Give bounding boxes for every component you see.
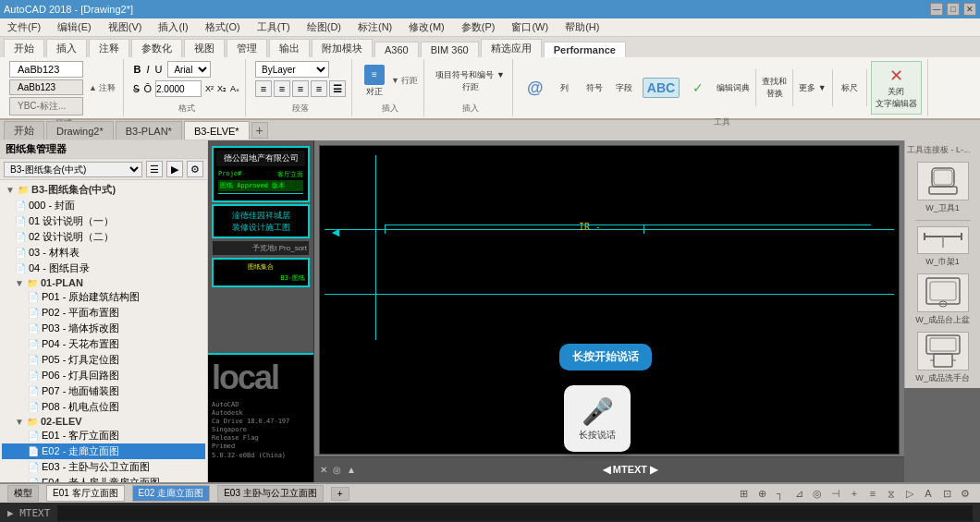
tree-item-p03[interactable]: 📄 P03 - 墙体拆改图: [2, 321, 205, 336]
layer-select[interactable]: ByLayer: [255, 61, 329, 78]
ortho-icon[interactable]: ┐: [773, 486, 788, 501]
tree-item-03mat[interactable]: 📄 03 - 材料表: [2, 245, 205, 261]
menu-param[interactable]: 参数(P): [458, 20, 499, 34]
tool-towel-icon[interactable]: [917, 226, 969, 254]
menu-dim[interactable]: 标注(N): [354, 20, 396, 34]
canvas-icon-2[interactable]: ◎: [333, 465, 341, 475]
tree-item-p01[interactable]: 📄 P01 - 原始建筑结构图: [2, 289, 205, 305]
underline-btn[interactable]: U: [154, 64, 162, 75]
strikethrough-btn[interactable]: S̶: [133, 83, 140, 95]
overline-btn[interactable]: Ō: [143, 83, 152, 94]
tran-icon[interactable]: ⧖: [884, 486, 899, 501]
new-tab-btn[interactable]: +: [251, 122, 268, 139]
column-btn[interactable]: 列: [552, 80, 578, 96]
tab-view[interactable]: 视图: [184, 39, 225, 57]
align-left-btn[interactable]: ≡: [255, 80, 272, 97]
menu-format[interactable]: 格式(O): [202, 20, 244, 34]
align-justify-btn[interactable]: ≡: [311, 80, 327, 97]
tool-sinkstand-icon[interactable]: [917, 332, 969, 370]
tree-item-e02[interactable]: 📄 E02 - 走廊立面图: [2, 443, 205, 459]
canvas-icon-3[interactable]: ▲: [347, 465, 356, 475]
align-right-btn[interactable]: ≡: [292, 80, 309, 97]
list-btn[interactable]: ☰: [329, 80, 346, 97]
tab-start[interactable]: 开始: [4, 39, 44, 57]
tree-group-elev[interactable]: ▼ 📁 02-ELEV: [2, 415, 205, 428]
font-select[interactable]: Arial: [167, 61, 211, 78]
snap-icon[interactable]: ⊕: [754, 486, 769, 501]
otrack-icon[interactable]: ⊣: [828, 486, 843, 501]
tab-param[interactable]: 参数化: [131, 39, 182, 57]
more-btn[interactable]: 更多 ▼: [797, 80, 827, 96]
symbol-btn[interactable]: 符号: [582, 80, 607, 96]
tab-annotate[interactable]: 注释: [89, 39, 129, 57]
close-btn[interactable]: ✕: [963, 3, 976, 16]
sm-icon-2[interactable]: ▶: [166, 161, 183, 177]
doc-tab-drawing2[interactable]: Drawing2*: [46, 121, 114, 140]
layout-tab-e01[interactable]: E01 客厅立面图: [46, 485, 125, 502]
tree-item-02des2[interactable]: 📄 02 设计说明（二）: [2, 229, 205, 245]
doc-tab-b3plan[interactable]: B3-PLAN*: [116, 121, 182, 140]
tab-manage[interactable]: 管理: [227, 39, 267, 57]
menu-insert[interactable]: 插入(I): [154, 20, 191, 34]
lweight-icon[interactable]: ≡: [865, 486, 880, 501]
style-preview-1[interactable]: AaBb123: [9, 61, 83, 78]
layout-tab-e02[interactable]: E02 走廊立面图: [132, 485, 211, 502]
layout-tab-e03[interactable]: E03 主卧与公卫立面图: [217, 485, 324, 502]
style-preview-2[interactable]: AaBb123: [9, 79, 83, 95]
menu-draw[interactable]: 绘图(D): [303, 20, 345, 34]
tree-item-e03[interactable]: 📄 E03 - 主卧与公卫立面图: [2, 459, 205, 475]
tab-performance[interactable]: Performance: [544, 42, 626, 57]
tree-group-plan[interactable]: ▼ 📁 01-PLAN: [2, 276, 205, 289]
tree-item-p04[interactable]: 📄 P04 - 天花布置图: [2, 336, 205, 352]
layout-tab-add[interactable]: +: [331, 487, 349, 501]
maximize-btn[interactable]: □: [947, 3, 960, 16]
tree-item-01des1[interactable]: 📄 01 设计说明（一）: [2, 213, 205, 229]
voice-button[interactable]: 🎤 长按说话: [564, 385, 631, 452]
sheet-filter-select[interactable]: B3-图纸集合(中式): [4, 162, 142, 177]
tab-output[interactable]: 输出: [269, 39, 310, 57]
menu-window[interactable]: 窗口(W): [508, 20, 552, 34]
align-center-btn[interactable]: ≡: [274, 80, 290, 97]
tree-item-p08[interactable]: 📄 P08 - 机电点位图: [2, 399, 205, 415]
text-height-input[interactable]: [155, 80, 202, 97]
annotation-btn[interactable]: ▲ 注释: [87, 80, 117, 96]
drawing-area[interactable]: 德公园地产有限公司 Proje#客厅立面 图纸 Approved 版本 淦德佳园…: [208, 140, 980, 482]
clear-format-btn[interactable]: Aₓ: [230, 84, 239, 93]
tree-item-e01[interactable]: 📄 E01 - 客厅立面图: [2, 428, 205, 443]
canvas-icon-1[interactable]: ✕: [320, 465, 327, 475]
options-btn[interactable]: 标尺: [837, 80, 863, 96]
grid-icon[interactable]: ⊞: [736, 486, 751, 501]
menu-edit[interactable]: 编辑(E): [54, 20, 95, 34]
polar-icon[interactable]: ⊿: [791, 486, 806, 501]
sm-icon-1[interactable]: ☰: [146, 161, 163, 177]
tree-root[interactable]: ▼ 📁 B3-图纸集合(中式): [2, 182, 205, 198]
tree-item-e04[interactable]: 📄 E04 - 老人房儿童房立面图: [2, 475, 205, 482]
minimize-btn[interactable]: —: [930, 3, 943, 16]
tree-item-p05[interactable]: 📄 P05 - 灯具定位图: [2, 352, 205, 368]
tab-addon[interactable]: 附加模块: [312, 39, 373, 57]
menu-help[interactable]: 帮助(H): [561, 20, 603, 34]
menu-modify[interactable]: 修改(M): [405, 20, 448, 34]
view-icon[interactable]: ⊡: [939, 486, 954, 501]
close-editor-btn[interactable]: ✕ 关闭文字编辑器: [871, 61, 922, 115]
sel-icon[interactable]: ▷: [902, 486, 917, 501]
osnap-icon[interactable]: ◎: [810, 486, 825, 501]
tree-item-p07[interactable]: 📄 P07 - 地面铺装图: [2, 383, 205, 399]
italic-btn[interactable]: I: [146, 64, 149, 75]
tab-insert[interactable]: 插入: [46, 39, 87, 57]
tab-featured[interactable]: 精选应用: [481, 39, 542, 57]
menu-view[interactable]: 视图(V): [104, 20, 146, 34]
superscript-btn[interactable]: X²: [205, 84, 214, 93]
doc-tab-start[interactable]: 开始: [4, 121, 44, 140]
tab-bim360[interactable]: BIM 360: [421, 42, 479, 57]
edit-dict-btn[interactable]: 编辑词典: [715, 80, 752, 96]
menu-tools[interactable]: 工具(T): [253, 20, 294, 34]
tree-item-p06[interactable]: 📄 P06 - 灯具回路图: [2, 368, 205, 383]
search-replace-btn[interactable]: 查找和替换: [760, 74, 789, 102]
settings-icon[interactable]: ⚙: [958, 486, 973, 501]
tool-toilet-icon[interactable]: [917, 162, 969, 200]
subscript-btn[interactable]: X₂: [217, 84, 227, 93]
tree-item-000[interactable]: 📄 000 - 封面: [2, 198, 205, 213]
tab-a360[interactable]: A360: [374, 42, 419, 57]
command-input[interactable]: [57, 505, 973, 521]
